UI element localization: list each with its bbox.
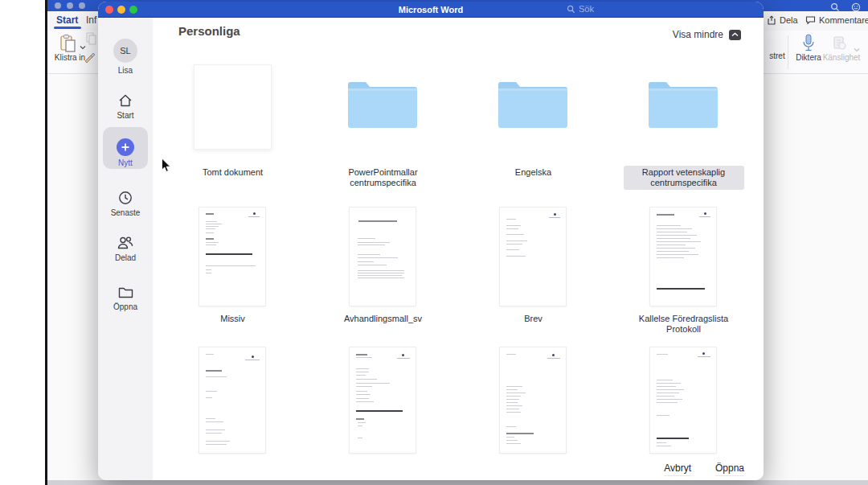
copy-icon[interactable] — [85, 32, 96, 48]
sensitivity-label[interactable]: Känslighet — [821, 53, 862, 62]
mouse-cursor — [161, 158, 171, 173]
template-label: Kallelse Föredragslista Protokoll — [624, 312, 744, 336]
dialog-title-bar: Microsoft Word Sök — [98, 2, 764, 18]
show-less-label: Visa mindre — [673, 29, 723, 40]
dialog-sidebar: SL Lisa Start Nytt Senaste Delad — [98, 18, 153, 480]
sidebar-item-senaste[interactable]: Senaste — [103, 190, 148, 217]
template-item[interactable] — [458, 347, 608, 480]
template-item-engelska[interactable]: Engelska — [458, 47, 608, 208]
sidebar-label: Delad — [103, 253, 148, 262]
blank-document-thumbnail — [194, 64, 272, 150]
sidebar-label: Öppna — [103, 302, 148, 311]
template-item-avhandlingsmall[interactable]: Avhandlingsmall_sv — [308, 208, 458, 344]
active-tab-underline — [54, 27, 81, 29]
document-thumbnail — [350, 347, 416, 453]
sidebar-item-delad[interactable]: Delad — [103, 235, 148, 262]
document-thumbnail — [199, 208, 265, 306]
show-less-button[interactable]: Visa mindre — [673, 29, 741, 40]
sidebar-item-oppna[interactable]: Öppna — [103, 285, 148, 311]
folder-icon — [345, 76, 420, 133]
search-icon — [567, 5, 575, 14]
template-item-missiv[interactable]: Missiv — [158, 208, 308, 344]
screen: Start Inf Dela Kommentarer Klistra in — [0, 0, 868, 485]
cancel-button[interactable]: Avbryt — [664, 462, 691, 476]
window-bottom-edge — [47, 480, 868, 485]
document-thumbnail — [650, 208, 716, 306]
document-thumbnail — [650, 347, 716, 453]
plus-icon — [117, 138, 134, 156]
ribbon-divider — [788, 35, 788, 69]
sidebar-label: Start — [103, 111, 148, 120]
template-item-rapport-vetenskaplig[interactable]: Rapport vetenskaplig centrumspecifika — [608, 47, 759, 208]
user-name: Lisa — [98, 66, 153, 75]
sidebar-label: Nytt — [103, 158, 148, 167]
close-window-icon[interactable] — [55, 2, 61, 9]
template-label: Brev — [519, 312, 547, 326]
template-row-1: Tomt dokument PowerPointmallar centrumsp… — [158, 47, 759, 208]
sensitivity-icon[interactable] — [831, 35, 847, 55]
sidebar-item-nytt[interactable]: Nytt — [103, 138, 148, 167]
template-label: Engelska — [510, 166, 556, 179]
templates-panel: Personliga Visa mindre Tomt dokument Pow… — [153, 18, 764, 480]
document-thumbnail — [199, 347, 265, 453]
open-button[interactable]: Öppna — [715, 462, 744, 476]
template-label: Missiv — [215, 312, 250, 326]
template-item-brev[interactable]: Brev — [458, 208, 608, 344]
dialog-title: Microsoft Word — [98, 5, 764, 14]
chevron-up-icon — [729, 30, 741, 40]
template-label-selected: Rapport vetenskaplig centrumspecifika — [624, 166, 744, 190]
minimize-window-icon[interactable] — [67, 2, 73, 9]
people-icon — [117, 235, 134, 251]
folder-icon — [645, 76, 721, 133]
tab-infoga[interactable]: Inf — [86, 14, 96, 26]
share-button[interactable]: Dela — [767, 15, 798, 25]
comments-label: Kommentarer — [819, 15, 868, 25]
template-label: PowerPointmallar centrumspecifika — [323, 166, 444, 190]
template-row-2: Missiv Avhandlingsmall_sv — [158, 208, 759, 344]
template-label: Avhandlingsmall_sv — [339, 312, 427, 326]
zoom-window-icon[interactable] — [79, 2, 85, 9]
template-item[interactable] — [308, 347, 458, 480]
template-item-powerpointmallar[interactable]: PowerPointmallar centrumspecifika — [308, 47, 458, 208]
new-document-dialog: Microsoft Word Sök SL Lisa Start Nytt — [98, 2, 764, 480]
share-icon — [767, 15, 776, 25]
template-item-tomt-dokument[interactable]: Tomt dokument — [158, 47, 308, 208]
template-item[interactable] — [608, 347, 759, 480]
document-thumbnail — [350, 208, 416, 306]
comments-button[interactable]: Kommentarer — [805, 15, 868, 25]
home-icon — [117, 92, 133, 109]
template-item[interactable] — [158, 347, 308, 480]
document-thumbnail — [500, 208, 566, 306]
folder-icon — [495, 76, 571, 133]
template-label: Tomt dokument — [198, 166, 268, 179]
dialog-footer: Avbryt Öppna — [664, 462, 744, 476]
avatar-initials: SL — [120, 46, 130, 55]
document-thumbnail — [500, 347, 566, 453]
comment-icon — [805, 15, 816, 25]
template-item-kallelse[interactable]: Kallelse Föredragslista Protokoll — [608, 208, 759, 344]
format-painter-icon[interactable] — [83, 50, 97, 68]
dialog-search-field[interactable]: Sök — [567, 4, 594, 14]
folder-icon — [117, 285, 134, 300]
sidebar-label: Senaste — [103, 208, 148, 217]
search-placeholder: Sök — [579, 4, 594, 14]
clock-icon — [117, 190, 133, 206]
template-row-3 — [158, 347, 759, 480]
partial-group-label[interactable]: stret — [765, 51, 789, 60]
section-title: Personliga — [178, 24, 240, 38]
tab-start[interactable]: Start — [56, 14, 78, 26]
share-label: Dela — [780, 15, 798, 25]
sidebar-item-start[interactable]: Start — [103, 92, 148, 120]
window-left-border — [45, 0, 47, 485]
avatar[interactable]: SL — [113, 39, 137, 63]
